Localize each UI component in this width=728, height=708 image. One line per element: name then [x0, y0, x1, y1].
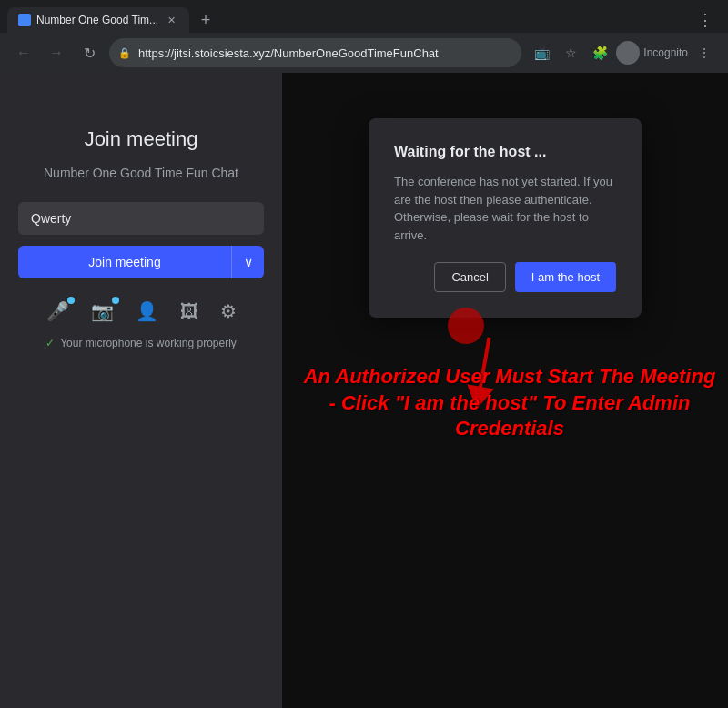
mic-status-text: Your microphone is working properly: [60, 337, 237, 349]
address-bar: ← → ↻ 🔒 https://jitsi.stoicsiesta.xyz/Nu…: [0, 33, 728, 73]
modal-body: The conference has not yet started. If y…: [394, 173, 616, 244]
cancel-button[interactable]: Cancel: [434, 262, 505, 292]
toolbar-icons: 📺 ☆ 🧩 Incognito ⋮: [529, 40, 717, 66]
name-input[interactable]: [18, 202, 264, 235]
tab-title: Number One Good Tim...: [36, 14, 158, 26]
join-title: Join meeting: [85, 127, 198, 151]
cam-badge: [112, 297, 119, 304]
new-tab-button[interactable]: +: [193, 7, 218, 33]
incognito-label: Incognito: [643, 46, 688, 59]
browser-menu-button[interactable]: ⋮: [690, 6, 721, 34]
image-control[interactable]: 🖼: [180, 301, 198, 322]
mic-status: ✓ Your microphone is working properly: [46, 337, 237, 349]
modal-title: Waiting for the host ...: [394, 144, 616, 160]
mic-badge: [67, 297, 75, 304]
right-area: Waiting for the host ... The conference …: [282, 73, 728, 708]
profile-avatar[interactable]: [616, 41, 640, 65]
join-button-row: Join meeting ∨: [18, 246, 264, 278]
active-tab[interactable]: Number One Good Tim... ✕: [7, 7, 189, 33]
tab-favicon: [18, 14, 31, 26]
join-dropdown-button[interactable]: ∨: [231, 246, 264, 278]
modal-actions: Cancel I am the host: [394, 262, 616, 292]
microphone-control[interactable]: 🎤: [46, 300, 69, 322]
extensions-icon[interactable]: 🧩: [587, 40, 612, 66]
refresh-button[interactable]: ↻: [76, 40, 102, 66]
join-panel: Join meeting Number One Good Time Fun Ch…: [0, 73, 282, 708]
tab-close-button[interactable]: ✕: [164, 13, 178, 27]
browser-chrome: Number One Good Tim... ✕ + ⋮ ← → ↻ 🔒 htt…: [0, 0, 728, 73]
bookmark-icon[interactable]: ☆: [558, 40, 583, 66]
meeting-name: Number One Good Time Fun Chat: [44, 166, 238, 180]
main-content: Join meeting Number One Good Time Fun Ch…: [0, 73, 728, 708]
cast-icon[interactable]: 📺: [529, 40, 554, 66]
url-text[interactable]: https://jitsi.stoicsiesta.xyz/NumberOneG…: [109, 38, 521, 67]
i-am-host-button[interactable]: I am the host: [515, 262, 616, 292]
forward-button[interactable]: →: [44, 40, 69, 66]
add-person-control[interactable]: 👤: [136, 300, 158, 322]
mic-check-icon: ✓: [46, 337, 55, 349]
settings-control[interactable]: ⚙: [220, 300, 237, 322]
lock-icon: 🔒: [118, 47, 131, 59]
control-bar: 🎤 📷 👤 🖼 ⚙: [46, 300, 237, 322]
join-meeting-button[interactable]: Join meeting: [18, 246, 231, 278]
annotation-text: An Authorized User Must Start The Meetin…: [300, 364, 719, 442]
tab-bar: Number One Good Tim... ✕ + ⋮: [0, 0, 728, 33]
address-field[interactable]: 🔒 https://jitsi.stoicsiesta.xyz/NumberOn…: [109, 38, 521, 67]
camera-control[interactable]: 📷: [91, 300, 114, 322]
waiting-modal: Waiting for the host ... The conference …: [369, 118, 642, 318]
chrome-menu-button[interactable]: ⋮: [692, 40, 717, 66]
back-button[interactable]: ←: [11, 40, 36, 66]
